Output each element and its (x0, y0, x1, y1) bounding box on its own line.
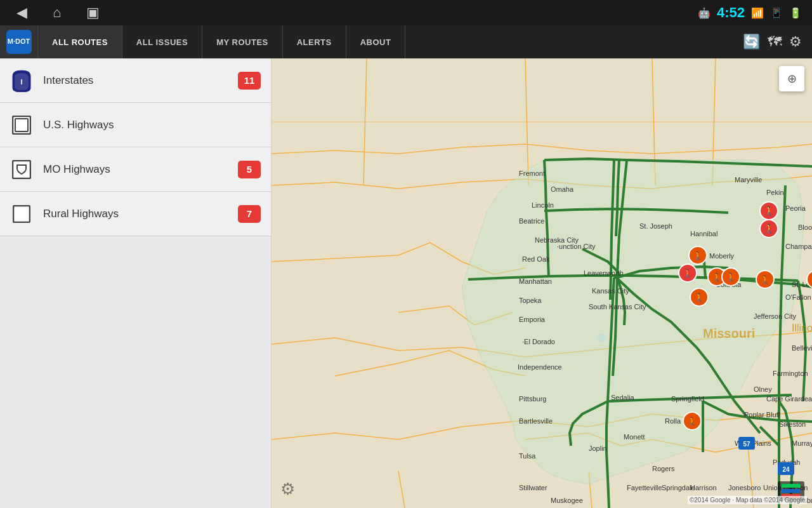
svg-rect-2 (15, 119, 28, 131)
city-label-pittsburg: Pittsburg (519, 395, 546, 403)
main-content: I Interstates 11 U.S. Highways 0 (0, 58, 812, 508)
mo-highways-label: MO Highways (43, 163, 238, 176)
city-label-fayetteville: Fayetteville (627, 484, 662, 491)
city-label-bloomington: Bloomington (798, 224, 812, 231)
tab-alerts[interactable]: ALERTS (283, 25, 346, 58)
sidebar-item-interstates[interactable]: I Interstates 11 (0, 58, 271, 103)
tab-all-routes[interactable]: ALL ROUTES (38, 25, 122, 58)
city-label-sikeston: Sikeston (779, 420, 806, 428)
status-right: 🤖 4:52 📶 📱 🔋 (698, 4, 802, 21)
svg-rect-4 (13, 206, 30, 222)
svg-text:57: 57 (743, 441, 750, 448)
map-area[interactable]: St. Joseph Leavenworth Kansas City South… (272, 58, 812, 508)
map-settings-button[interactable]: ⚙ (280, 479, 295, 499)
layer-green[interactable] (782, 484, 801, 488)
city-label-sedalia: Sedalia (611, 394, 635, 401)
interstates-label: Interstates (43, 74, 238, 87)
tab-my-routes[interactable]: MY ROUTES (202, 25, 283, 58)
city-label-joseph: St. Joseph (639, 222, 672, 230)
city-label-fremont: Fremont (519, 170, 545, 177)
city-label-rolla: Rolla (665, 417, 681, 425)
city-label-independent: Independence (518, 363, 562, 371)
signal-icon: 📱 (770, 7, 783, 19)
home-button[interactable]: ⌂ (46, 2, 67, 23)
svg-text:24: 24 (782, 466, 790, 473)
tab-all-issues[interactable]: ALL ISSUES (122, 25, 202, 58)
sidebar-item-mo-highways[interactable]: MO Highways 5 (0, 147, 271, 192)
sidebar: I Interstates 11 U.S. Highways 0 (0, 58, 272, 508)
mo-highways-badge: 5 (238, 161, 261, 178)
city-label-redog: Red Oak (522, 255, 550, 263)
city-label-rogers: Rogers (652, 465, 675, 472)
android-icon: 🤖 (698, 7, 710, 19)
svg-text:🚶: 🚶 (764, 224, 775, 234)
city-label-springfield: Springfield (671, 395, 704, 403)
svg-rect-3 (13, 161, 30, 178)
city-label-monett: Monett (624, 433, 645, 441)
city-label-farmington: Farmington (773, 370, 808, 377)
city-label-hannibal: Hannibal (690, 230, 717, 237)
city-label-popbluff: Poplar Bluff (744, 411, 781, 418)
city-label-manhattan: Manhattan (519, 277, 552, 285)
city-label-muskogee: Muskogee (551, 497, 583, 504)
svg-text:🚶: 🚶 (712, 272, 723, 283)
svg-text:🚶: 🚶 (694, 292, 705, 303)
interstates-badge: 11 (238, 72, 261, 90)
recents-button[interactable]: ▣ (80, 2, 106, 23)
nav-bar: M·DOT ALL ROUTES ALL ISSUES MY ROUTES AL… (0, 25, 812, 58)
city-label-champaign: Champaign (785, 243, 812, 250)
city-label-cgirardeau: Cape Girardeau (766, 395, 812, 403)
battery-icon: 🔋 (789, 7, 802, 19)
clock: 4:52 (717, 4, 745, 21)
locate-button[interactable]: ⊕ (779, 66, 804, 91)
city-label-jc: Jefferson City (754, 312, 797, 320)
svg-text:🚶: 🚶 (693, 250, 704, 261)
rural-highways-label: Rural Highways (43, 208, 238, 220)
rural-highways-badge: 7 (238, 205, 261, 223)
back-button[interactable]: ◀ (10, 2, 34, 23)
city-label-illinois: Illinois (792, 323, 812, 333)
city-label-bartlesville: Bartlesville (519, 417, 553, 425)
city-label-kc: Kansas City (592, 287, 629, 295)
nav-tabs: ALL ROUTES ALL ISSUES MY ROUTES ALERTS A… (38, 25, 733, 58)
svg-text:🚶: 🚶 (726, 272, 737, 283)
city-label-joplin: Joplin (589, 444, 607, 452)
city-label-peoria: Peoria (785, 204, 806, 212)
svg-text:🚶: 🚶 (687, 416, 698, 427)
sidebar-item-rural-highways[interactable]: Rural Highways 7 (0, 192, 271, 236)
nav-buttons: ◀ ⌂ ▣ (10, 2, 106, 23)
city-label-lincoln: Lincoln (532, 201, 554, 209)
locate-icon: ⊕ (787, 72, 797, 86)
city-label-belleville: Belleville (792, 344, 812, 352)
logo-badge: M·DOT (6, 30, 32, 54)
city-label-topeka: Topeka (519, 297, 542, 304)
city-label-junctioncity: ·unction City (557, 243, 596, 250)
city-label-stillwater: Stillwater (519, 484, 547, 491)
city-label-ofallon: O'Fallon (785, 293, 811, 301)
refresh-icon[interactable]: 🔄 (743, 34, 760, 50)
interstate-icon: I (10, 69, 33, 92)
city-label-moberly: Moberly (709, 252, 735, 260)
svg-text:I: I (20, 78, 22, 86)
sidebar-item-us-highways[interactable]: U.S. Highways 0 (0, 103, 271, 147)
us-highways-label: U.S. Highways (43, 119, 238, 131)
settings-icon[interactable]: ⚙ (789, 34, 802, 50)
nav-right-icons: 🔄 🗺 ⚙ (733, 25, 812, 58)
app-logo: M·DOT (0, 25, 38, 58)
city-label-harrison: Harrison (690, 484, 717, 491)
layer-blue[interactable] (782, 489, 801, 493)
us-highway-icon (10, 114, 33, 137)
city-label-maryville: Maryville (735, 176, 762, 184)
wifi-icon: 📶 (751, 7, 764, 19)
city-label-missouri: Missouri (703, 326, 755, 340)
tab-about[interactable]: ABOUT (346, 25, 406, 58)
status-bar: ◀ ⌂ ▣ 🤖 4:52 📶 📱 🔋 (0, 0, 812, 25)
svg-text:🚶: 🚶 (764, 206, 775, 217)
city-label-emporia: Emporia (519, 316, 546, 323)
svg-text:🚶: 🚶 (760, 274, 771, 285)
city-label-skc: South Kansas City (589, 303, 646, 311)
city-label-pekin: Pekin (766, 189, 784, 196)
city-label-olney: Olney (754, 385, 772, 393)
city-label-tulsa: Tulsa (519, 452, 536, 460)
city-label-beatrice: Beatrice (519, 217, 544, 225)
